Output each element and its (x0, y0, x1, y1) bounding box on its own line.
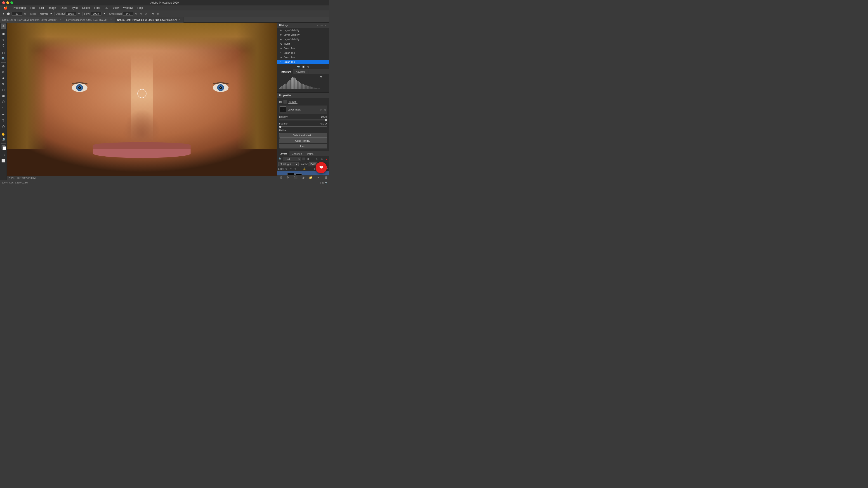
symmetry-btn[interactable]: ⋈ (151, 12, 155, 15)
menu-view[interactable]: View (111, 6, 121, 10)
tab-lucy[interactable]: lucy&jasper.tif @ 200% (Eye, RGB/8*) × (64, 17, 115, 23)
tab-portrait-close[interactable]: × (178, 19, 181, 21)
tab-nat001[interactable]: nat-001.tif @ 100% (Eye Brighten, Layer … (0, 17, 64, 23)
prop-tab-masks[interactable]: Masks (288, 100, 298, 104)
history-close-icon[interactable]: × (324, 24, 327, 27)
color-range-btn[interactable]: Color Range... (279, 138, 327, 143)
menu-image[interactable]: Image (46, 6, 58, 10)
opacity-icon-btn[interactable]: ✏ (77, 12, 81, 15)
properties-panel-header[interactable]: Properties (277, 93, 329, 98)
tool-history-brush[interactable]: ↺ (1, 81, 6, 87)
window-controls[interactable] (2, 1, 13, 4)
close-button[interactable] (2, 1, 5, 4)
filter-kind-select[interactable]: Kind (283, 157, 301, 161)
angle-btn[interactable]: ⊿ (144, 12, 148, 15)
foreground-color[interactable] (1, 144, 6, 150)
tool-crop[interactable]: ⊡ (1, 50, 6, 56)
opacity-input[interactable] (66, 12, 76, 15)
apple-menu[interactable]: 🍎 (2, 6, 9, 10)
smoothing-input[interactable] (123, 12, 133, 15)
tool-brush[interactable]: ✏ (1, 69, 6, 75)
layers-mask-btn[interactable]: ⬛ (293, 175, 298, 180)
smoothing-settings-btn[interactable]: ⚙ (134, 12, 138, 15)
layers-new-btn[interactable]: + (316, 175, 321, 180)
filter-pixel-icon[interactable]: ⬛ (302, 157, 306, 161)
feather-slider[interactable] (279, 126, 327, 127)
tool-mask-mode[interactable]: ⬚ (1, 152, 6, 158)
density-slider[interactable] (279, 120, 327, 121)
move-tool-btn[interactable]: ⬆ (1, 12, 5, 15)
tab-nat001-close[interactable]: × (59, 19, 61, 21)
brush-type-btn[interactable]: ◎ (23, 12, 27, 15)
pressure-btn[interactable]: ◇ (139, 12, 143, 15)
flow-input[interactable] (91, 12, 101, 15)
menu-filter[interactable]: Filter (92, 6, 102, 10)
layers-tab-paths[interactable]: Paths (305, 151, 316, 156)
maximize-button[interactable] (10, 1, 13, 4)
history-panel-header[interactable]: History ≡ — × (277, 23, 329, 28)
canvas-area[interactable]: 200% Doc: 9.22M/10.8M (7, 23, 277, 180)
tab-portrait[interactable]: Natural Light Portrait.jpg @ 200% (iris,… (115, 17, 184, 23)
layers-tab-channels[interactable]: Channels (289, 151, 305, 156)
menu-3d[interactable]: 3D (103, 6, 110, 10)
histogram-tab[interactable]: Histogram (277, 69, 293, 74)
tool-dodge[interactable]: ○ (1, 105, 6, 110)
filter-search-icon[interactable]: 🔍 (278, 157, 282, 161)
tool-stamp[interactable]: ◈ (1, 75, 6, 80)
tool-gradient[interactable]: ▦ (1, 93, 6, 98)
mask-link-icon[interactable]: ⛓ (323, 108, 327, 111)
menu-help[interactable]: Help (135, 6, 145, 10)
history-item-brush4[interactable]: ✏ Brush Tool (277, 60, 329, 64)
density-slider-thumb[interactable] (325, 119, 327, 121)
history-item-invert[interactable]: ◑ Invert (277, 41, 329, 46)
history-item-brush1[interactable]: ✏ Brush Tool (277, 46, 329, 51)
menu-file[interactable]: File (29, 6, 36, 10)
history-item-brush2[interactable]: ✏ Brush Tool (277, 51, 329, 55)
tool-type[interactable]: T (1, 118, 6, 123)
history-snapshot-icon[interactable]: 🔲 (302, 65, 305, 68)
lock-transparent-btn[interactable]: ⊘ (285, 167, 288, 171)
layers-tab-layers[interactable]: Layers (277, 151, 289, 156)
lock-position-btn[interactable]: ✛ (293, 167, 297, 171)
mask-icon-btn[interactable]: ⬛ (283, 100, 287, 104)
tool-magic-wand[interactable]: ✲ (1, 43, 6, 48)
layers-delete-btn[interactable]: 🗑 (324, 175, 328, 180)
lock-all-btn[interactable]: 🔒 (303, 167, 306, 171)
layers-adjustment-btn[interactable]: ◑ (301, 175, 306, 180)
filter-shape-icon[interactable]: ⬡ (315, 157, 319, 161)
brush-shape-btn[interactable]: ⬤ (6, 12, 11, 15)
tool-lasso[interactable]: ⌾ (1, 37, 6, 42)
invert-btn[interactable]: Invert (279, 144, 327, 149)
navigator-tab[interactable]: Navigator (293, 69, 309, 74)
tool-blur[interactable]: ◌ (1, 99, 6, 104)
lock-pixels-btn[interactable]: ✏ (289, 167, 293, 171)
pixel-icon[interactable]: ⊞ (279, 100, 282, 104)
tool-move[interactable]: ✛ (1, 24, 6, 29)
mask-add-icon[interactable]: ⊕ (319, 108, 322, 111)
tool-screen-mode[interactable]: ⬜ (1, 158, 6, 163)
extra-btn[interactable]: ⊞ (156, 12, 160, 15)
brush-size-input[interactable]: 20 (11, 12, 22, 15)
tool-shape[interactable]: ⬡ (1, 124, 6, 129)
layers-fx-btn[interactable]: fx (286, 175, 290, 180)
filter-type-icon[interactable]: T (311, 157, 315, 161)
menu-photoshop[interactable]: Photoshop (11, 6, 28, 10)
menu-edit[interactable]: Edit (37, 6, 46, 10)
tool-hand[interactable]: ✋ (1, 131, 6, 137)
minimize-button[interactable] (6, 1, 9, 4)
select-and-mask-btn[interactable]: Select and Mask... (279, 133, 327, 138)
history-item-brush3[interactable]: ✏ Brush Tool (277, 55, 329, 60)
menu-type[interactable]: Type (70, 6, 80, 10)
airbrush-btn[interactable]: ✦ (102, 12, 106, 15)
menu-window[interactable]: Window (121, 6, 135, 10)
layers-link-btn[interactable]: ⛓ (278, 175, 283, 180)
tool-marquee[interactable]: ▣ (1, 31, 6, 36)
history-expand-icon[interactable]: ≡ (316, 24, 319, 27)
filter-toggle-icon[interactable]: ● (324, 157, 328, 161)
history-camera-icon[interactable]: 📷 (297, 65, 300, 68)
tool-pen[interactable]: ✒ (1, 112, 6, 118)
feather-slider-thumb[interactable] (279, 126, 281, 128)
tool-eraser[interactable]: ◻ (1, 87, 6, 92)
history-delete-icon[interactable]: 🗑 (307, 65, 310, 68)
lock-artboard-btn[interactable]: ⬚ (298, 167, 302, 171)
